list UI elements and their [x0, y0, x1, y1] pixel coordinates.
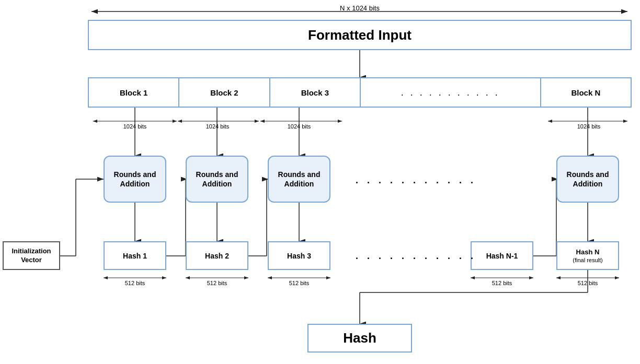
rounds-box-2: Rounds and Addition	[186, 156, 248, 203]
bits-1024-block3: 1024 bits	[257, 123, 341, 130]
blocks-dots: . . . . . . . . . . .	[361, 78, 541, 107]
final-hash-box: Hash	[307, 324, 412, 353]
block-3: Block 3	[270, 78, 361, 107]
block-1: Block 1	[89, 78, 179, 107]
block-n: Block N	[541, 78, 631, 107]
bits-512-hash1: 512 bits	[104, 280, 166, 286]
rounds-box-n: Rounds and Addition	[556, 156, 619, 203]
bits-512-hash2: 512 bits	[186, 280, 248, 286]
formatted-input-label: Formatted Input	[308, 27, 412, 43]
iv-box: Initialization Vector	[3, 241, 60, 270]
blocks-row: Block 1 Block 2 Block 3 . . . . . . . . …	[88, 77, 632, 108]
bits-512-hashn: 512 bits	[556, 280, 619, 286]
bits-1024-blockn: 1024 bits	[547, 123, 631, 130]
hash-box-n: Hash N(final result)	[556, 241, 619, 270]
block-2: Block 2	[179, 78, 270, 107]
bits-512-hashn1: 512 bits	[471, 280, 533, 286]
hash-box-n1: Hash N-1	[471, 241, 533, 270]
bits-1024-block1: 1024 bits	[93, 123, 177, 130]
n-bits-label: N x 1024 bits	[88, 4, 632, 12]
diagram: N x 1024 bits Formatted Input Block 1 Bl…	[0, 0, 640, 364]
rounds-box-1: Rounds and Addition	[104, 156, 166, 203]
bits-1024-block2: 1024 bits	[176, 123, 259, 130]
hash-box-2: Hash 2	[186, 241, 248, 270]
hashes-dots: . . . . . . . . . . .	[356, 251, 476, 262]
hash-box-1: Hash 1	[104, 241, 166, 270]
hash-box-3: Hash 3	[268, 241, 330, 270]
rounds-dots: . . . . . . . . . . .	[356, 175, 476, 186]
rounds-box-3: Rounds and Addition	[268, 156, 330, 203]
formatted-input-box: Formatted Input	[88, 20, 632, 50]
bits-512-hash3: 512 bits	[268, 280, 330, 286]
